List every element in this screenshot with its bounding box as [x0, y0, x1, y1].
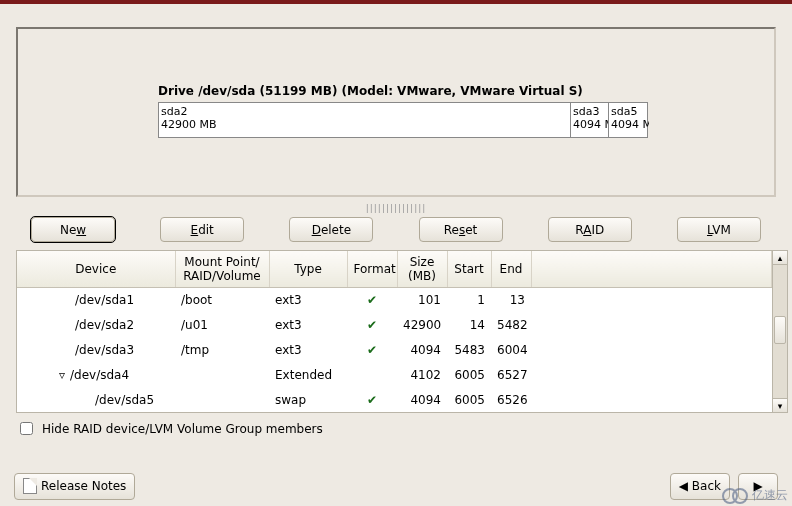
hide-raid-row: Hide RAID device/LVM Volume Group member…	[16, 419, 776, 438]
table-row[interactable]: /dev/sda3/tmpext3✔409454836004	[17, 337, 772, 362]
scroll-up-arrow[interactable]: ▴	[773, 251, 787, 265]
tree-collapse-icon[interactable]: ▿	[57, 368, 67, 382]
lvm-button[interactable]: LVM	[677, 217, 761, 242]
arrow-left-icon: ◀	[679, 479, 688, 493]
notes-icon	[23, 478, 37, 494]
partition-sda3[interactable]: sda34094 M	[571, 103, 609, 137]
scroll-down-arrow[interactable]: ▾	[773, 398, 787, 412]
col-format[interactable]: Format	[347, 251, 397, 287]
checkmark-icon: ✔	[367, 318, 377, 332]
drive-partition-map[interactable]: sda242900 MBsda34094 Msda54094 M	[158, 102, 648, 138]
partition-sda2[interactable]: sda242900 MB	[159, 103, 571, 137]
reset-button[interactable]: Reset	[419, 217, 503, 242]
col-size[interactable]: Size (MB)	[397, 251, 447, 287]
partition-sda5[interactable]: sda54094 M	[609, 103, 649, 137]
scroll-thumb[interactable]	[774, 316, 786, 344]
checkmark-icon: ✔	[367, 343, 377, 357]
back-button[interactable]: ◀ Back	[670, 473, 730, 500]
new-button[interactable]: New	[31, 217, 115, 242]
col-start[interactable]: Start	[447, 251, 491, 287]
col-type[interactable]: Type	[269, 251, 347, 287]
pane-resize-grip[interactable]: |||||||||||||||	[0, 203, 792, 211]
checkmark-icon: ✔	[367, 293, 377, 307]
table-row[interactable]: /dev/sda5swap✔409460056526	[17, 387, 772, 412]
drive-visualization-panel: Drive /dev/sda (51199 MB) (Model: VMware…	[16, 27, 776, 197]
title-bar-stripe	[0, 0, 792, 4]
edit-button[interactable]: Edit	[160, 217, 244, 242]
col-device[interactable]: Device	[17, 251, 175, 287]
partition-action-toolbar: New Edit Delete Reset RAID LVM	[0, 213, 792, 250]
hide-raid-checkbox[interactable]	[20, 422, 33, 435]
checkmark-icon: ✔	[367, 393, 377, 407]
raid-button[interactable]: RAID	[548, 217, 632, 242]
vertical-scrollbar[interactable]: ▴ ▾	[773, 250, 788, 413]
table-header-row[interactable]: Device Mount Point/ RAID/Volume Type For…	[17, 251, 772, 287]
footer-bar: Release Notes ◀ Back ▶	[0, 466, 792, 506]
release-notes-button[interactable]: Release Notes	[14, 473, 135, 500]
partition-table[interactable]: Device Mount Point/ RAID/Volume Type For…	[17, 251, 772, 412]
col-end[interactable]: End	[491, 251, 531, 287]
table-row[interactable]: ▿/dev/sda4Extended410260056527	[17, 362, 772, 387]
partition-table-area: Device Mount Point/ RAID/Volume Type For…	[16, 250, 788, 413]
arrow-right-icon: ▶	[753, 479, 762, 493]
drive-title: Drive /dev/sda (51199 MB) (Model: VMware…	[158, 84, 634, 98]
next-button[interactable]: ▶	[738, 473, 778, 500]
hide-raid-label[interactable]: Hide RAID device/LVM Volume Group member…	[42, 422, 323, 436]
table-row[interactable]: /dev/sda1/bootext3✔101113	[17, 287, 772, 312]
table-row[interactable]: /dev/sda2/u01ext3✔42900145482	[17, 312, 772, 337]
delete-button[interactable]: Delete	[289, 217, 373, 242]
col-mount[interactable]: Mount Point/ RAID/Volume	[175, 251, 269, 287]
col-spacer	[531, 251, 772, 287]
